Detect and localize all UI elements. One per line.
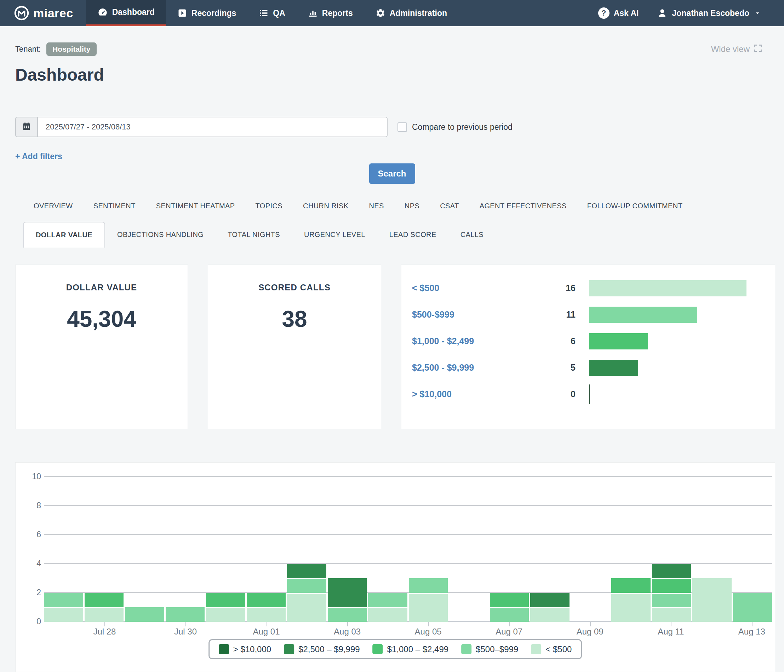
y-tick-label: 0 — [20, 617, 41, 626]
search-button[interactable]: Search — [369, 163, 415, 184]
x-tick-label: Aug 11 — [658, 627, 684, 636]
tab-sentiment[interactable]: SENTIMENT — [93, 202, 135, 210]
breakdown-label[interactable]: $1,000 - $2,499 — [412, 336, 518, 346]
miarec-logo-icon — [14, 5, 30, 21]
x-tick-mark — [752, 622, 753, 626]
scored-calls-number: 38 — [208, 306, 381, 332]
bar-aug-02 — [287, 477, 326, 622]
y-tick-label: 8 — [20, 501, 41, 511]
bar-aug-08 — [530, 477, 569, 622]
breakdown-bar — [589, 333, 648, 349]
tab-dollar-value[interactable]: DOLLAR VALUE — [23, 222, 105, 248]
nav-item-dashboard[interactable]: Dashboard — [86, 0, 166, 26]
bar-segment-500 — [368, 607, 408, 622]
bar-segment-500 — [409, 593, 448, 622]
expand-icon — [753, 43, 763, 55]
bar-segment-2-500-9-999 — [328, 578, 367, 607]
tab-nps[interactable]: NPS — [404, 202, 419, 210]
legend-label: < $500 — [546, 644, 572, 654]
breakdown-label[interactable]: $2,500 - $9,999 — [412, 363, 518, 373]
tab-urgency-level[interactable]: URGENCY LEVEL — [292, 222, 377, 248]
legend-swatch — [373, 644, 383, 654]
question-circle-icon: ? — [598, 8, 610, 19]
legend-swatch — [219, 644, 229, 654]
legend-label: > $10,000 — [233, 644, 271, 654]
compare-checkbox[interactable] — [397, 123, 407, 132]
bars-row — [44, 477, 772, 622]
y-tick-label: 10 — [20, 472, 41, 481]
breakdown-count: 6 — [518, 336, 585, 346]
tab-sentiment-heatmap[interactable]: SENTIMENT HEATMAP — [156, 202, 235, 210]
chart-legend: > $10,000$2,500 – $9,999$1,000 – $2,499$… — [208, 639, 582, 659]
nav-item-recordings[interactable]: Recordings — [166, 0, 248, 26]
compare-wrap: Compare to previous period — [397, 123, 513, 132]
wide-view-toggle[interactable]: Wide view — [711, 43, 763, 55]
bar-chart-icon — [308, 8, 318, 18]
x-tick-mark — [104, 622, 105, 626]
dollar-value-title: DOLLAR VALUE — [16, 282, 188, 292]
bar-aug-06 — [449, 477, 488, 622]
brand-name: miarec — [33, 6, 73, 20]
play-square-icon — [177, 8, 187, 18]
scored-calls-title: SCORED CALLS — [208, 282, 381, 292]
legend-label: $2,500 – $9,999 — [299, 644, 360, 654]
list-icon — [259, 8, 269, 18]
tab-lead-score[interactable]: LEAD SCORE — [377, 222, 448, 248]
tab-agent-effectiveness[interactable]: AGENT EFFECTIVENESS — [480, 202, 567, 210]
tab-nes[interactable]: NES — [369, 202, 384, 210]
date-range-input[interactable] — [37, 117, 387, 137]
tab-csat[interactable]: CSAT — [440, 202, 459, 210]
bar-segment-500 — [611, 593, 650, 622]
bar-segment-1-000-2-499 — [247, 593, 286, 607]
tab-follow-up-commitment[interactable]: FOLLOW-UP COMMITMENT — [587, 202, 683, 210]
calendar-icon — [22, 121, 31, 133]
bar-jul-30 — [166, 477, 205, 622]
add-filters-link[interactable]: + Add filters — [15, 152, 62, 161]
nav-item-reports[interactable]: Reports — [297, 0, 364, 26]
tenant-row: Tenant: Hospitality Wide view — [15, 42, 763, 56]
bar-aug-01 — [247, 477, 286, 622]
breakdown-bar — [589, 280, 747, 296]
bar-aug-03 — [328, 477, 367, 622]
legend-swatch — [531, 644, 541, 654]
tab-overview[interactable]: OVERVIEW — [34, 202, 73, 210]
ask-ai-button[interactable]: ? Ask AI — [598, 8, 639, 19]
nav-item-qa[interactable]: QA — [247, 0, 297, 26]
legend-item-10-000[interactable]: > $10,000 — [219, 644, 271, 654]
compare-label[interactable]: Compare to previous period — [412, 123, 513, 132]
bar-jul-28 — [85, 477, 124, 622]
x-tick-label: Aug 01 — [253, 627, 280, 636]
x-tick-mark — [671, 622, 672, 626]
breakdown-row-500-999: $500-$99911 — [401, 301, 775, 328]
legend-item-2-500-9-999[interactable]: $2,500 – $9,999 — [284, 644, 360, 654]
legend-item-500-999[interactable]: $500–$999 — [461, 644, 518, 654]
x-tick-label: Aug 05 — [415, 627, 442, 636]
legend-item-500[interactable]: < $500 — [531, 644, 572, 654]
tab-total-nights[interactable]: TOTAL NIGHTS — [216, 222, 292, 248]
x-tick-mark — [185, 622, 186, 626]
tab-objections-handling[interactable]: OBJECTIONS HANDLING — [105, 222, 216, 248]
breakdown-label[interactable]: > $10,000 — [412, 389, 518, 399]
filter-row: Compare to previous period — [15, 117, 513, 137]
breakdown-label[interactable]: < $500 — [412, 283, 518, 293]
bar-segment-2-500-9-999 — [652, 564, 691, 578]
legend-item-1-000-2-499[interactable]: $1,000 – $2,499 — [373, 644, 449, 654]
bar-segment-500 — [206, 607, 245, 622]
bar-segment-500 — [287, 593, 326, 622]
nav-item-administration[interactable]: Administration — [364, 0, 458, 26]
nav-item-label: QA — [273, 8, 285, 18]
calendar-addon-button[interactable] — [15, 117, 37, 137]
tab-churn-risk[interactable]: CHURN RISK — [303, 202, 348, 210]
bar-segment-500-999 — [166, 607, 205, 622]
x-tick-label: Aug 07 — [496, 627, 523, 636]
cards-row: DOLLAR VALUE 45,304 SCORED CALLS 38 < $5… — [15, 265, 775, 429]
legend-swatch — [461, 644, 471, 654]
user-menu[interactable]: Jonathan Escobedo — [657, 8, 761, 19]
bar-segment-1-000-2-499 — [490, 593, 529, 607]
breakdown-count: 0 — [518, 389, 585, 399]
brand-logo[interactable]: miarec — [0, 0, 86, 26]
bar-segment-500-999 — [44, 593, 83, 607]
tab-topics[interactable]: TOPICS — [255, 202, 283, 210]
tab-calls[interactable]: CALLS — [448, 222, 496, 248]
breakdown-label[interactable]: $500-$999 — [412, 309, 518, 320]
